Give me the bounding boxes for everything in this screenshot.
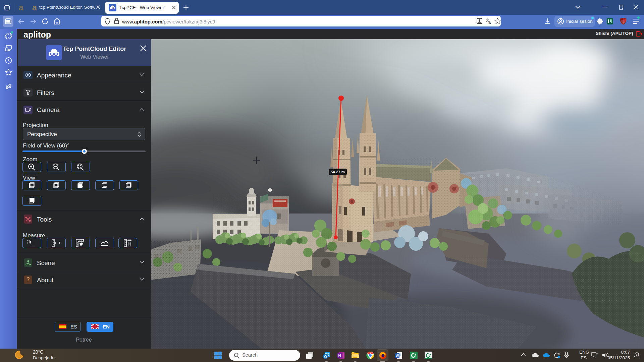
svg-text:54.27 m: 54.27 m xyxy=(331,170,345,174)
svg-text:W: W xyxy=(396,354,399,358)
svg-text:A: A xyxy=(488,21,491,24)
svg-text:z: z xyxy=(636,354,638,356)
svg-text:O: O xyxy=(324,355,327,359)
svg-text:N: N xyxy=(338,354,341,358)
